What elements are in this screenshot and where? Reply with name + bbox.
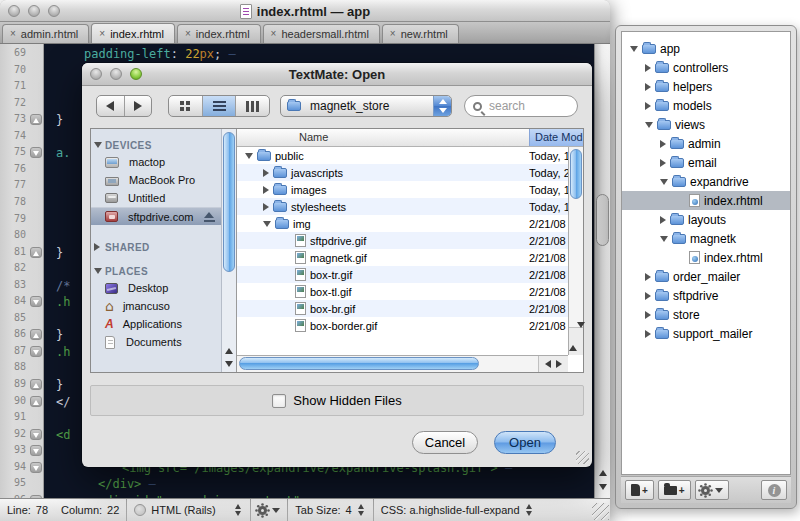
disclosure-triangle[interactable]	[263, 169, 269, 177]
file-scroll-left-arrow[interactable]	[545, 360, 551, 368]
close-tab-icon[interactable]: ×	[390, 29, 396, 39]
tree-item-layouts-9[interactable]: layouts	[622, 210, 790, 229]
section-disclosure-triangle[interactable]	[94, 243, 100, 251]
fold-button[interactable]	[30, 296, 42, 307]
disclosure-triangle[interactable]	[645, 83, 651, 91]
back-button[interactable]	[97, 96, 125, 116]
file-scroll-up-arrow[interactable]	[569, 328, 577, 351]
sidebar-item-untitled[interactable]: Untitled	[91, 189, 221, 207]
open-button[interactable]: Open	[494, 431, 556, 454]
tree-item-admin-5[interactable]: admin	[622, 134, 790, 153]
close-tab-icon[interactable]: ×	[99, 29, 105, 39]
disclosure-triangle[interactable]	[263, 186, 269, 194]
sidebar-scroll-up-arrow[interactable]	[225, 348, 233, 354]
sidebar-item-desktop[interactable]: Desktop	[91, 279, 221, 297]
file-row-box-tr-gif[interactable]: box-tr.gif2/21/08	[237, 266, 583, 283]
file-list-hscroll-thumb[interactable]	[239, 357, 479, 370]
tab-index-rhtml-2[interactable]: ×index.rhtml	[177, 24, 261, 43]
window-titlebar[interactable]: index.rhtml — app	[0, 0, 610, 22]
show-hidden-checkbox[interactable]	[272, 394, 286, 408]
column-view-button[interactable]	[236, 96, 269, 116]
section-disclosure-triangle[interactable]	[94, 268, 102, 274]
tree-item-views-4[interactable]: views	[622, 115, 790, 134]
disclosure-triangle[interactable]	[660, 179, 668, 185]
disclosure-triangle[interactable]	[660, 236, 668, 242]
fold-button[interactable]	[30, 247, 42, 258]
fold-button[interactable]	[30, 114, 42, 125]
language-popup[interactable]: HTML (Rails)	[127, 499, 250, 521]
file-row-box-br-gif[interactable]: box-br.gif2/21/08	[237, 300, 583, 317]
sidebar-scroll-down-arrow[interactable]	[225, 361, 233, 367]
sidebar-item-macbook-pro[interactable]: MacBook Pro	[91, 171, 221, 189]
tree-item-sftpdrive-13[interactable]: sftpdrive	[622, 286, 790, 305]
tree-item-index-rhtml-8[interactable]: index.rhtml	[622, 191, 790, 210]
tree-item-support_mailer-15[interactable]: support_mailer	[622, 324, 790, 343]
folder-popup[interactable]: magnetk_store	[280, 95, 452, 117]
tree-item-controllers-1[interactable]: controllers	[622, 58, 790, 77]
sidebar-scrollbar-thumb[interactable]	[223, 132, 235, 272]
file-list-horizontal-scrollbar[interactable]	[237, 355, 568, 372]
file-scroll-right-arrow[interactable]	[556, 360, 562, 368]
fold-button[interactable]	[30, 445, 42, 456]
disclosure-triangle[interactable]	[645, 330, 651, 338]
scroll-up-arrow[interactable]	[599, 470, 607, 476]
file-row-stylesheets[interactable]: stylesheetsToday, 1	[237, 198, 583, 215]
forward-button[interactable]	[125, 96, 152, 116]
drawer-actions-button[interactable]	[695, 480, 729, 500]
file-list-vscroll-thumb[interactable]	[570, 149, 582, 199]
tree-item-magnetk-10[interactable]: magnetk	[622, 229, 790, 248]
dialog-resize-grip[interactable]	[576, 451, 589, 464]
file-row-box-border-gif[interactable]: box-border.gif2/21/08	[237, 317, 583, 334]
tree-item-helpers-2[interactable]: helpers	[622, 77, 790, 96]
tab-size-popup[interactable]: Tab Size: 4	[288, 499, 372, 521]
editor-vertical-scrollbar[interactable]	[594, 44, 610, 498]
disclosure-triangle[interactable]	[630, 46, 638, 52]
tree-item-index-rhtml-11[interactable]: index.rhtml	[622, 248, 790, 267]
close-tab-icon[interactable]: ×	[271, 29, 277, 39]
search-input[interactable]	[487, 98, 569, 114]
file-row-box-tl-gif[interactable]: box-tl.gif2/21/08	[237, 283, 583, 300]
disclosure-triangle[interactable]	[645, 292, 651, 300]
tree-item-email-6[interactable]: email	[622, 153, 790, 172]
fold-button[interactable]	[30, 147, 42, 158]
section-disclosure-triangle[interactable]	[94, 142, 102, 148]
disclosure-triangle[interactable]	[645, 64, 651, 72]
fold-button[interactable]	[30, 429, 42, 440]
icon-view-button[interactable]	[169, 96, 203, 116]
sidebar-item-documents[interactable]: Documents	[91, 333, 221, 351]
list-view-button[interactable]	[203, 96, 237, 116]
cancel-button[interactable]: Cancel	[412, 431, 478, 454]
tree-item-order_mailer-12[interactable]: order_mailer	[622, 267, 790, 286]
file-row-public[interactable]: publicToday, 1	[237, 147, 583, 164]
tab-headersmall-rhtml-3[interactable]: ×headersmall.rhtml	[263, 24, 380, 43]
scroll-down-arrow[interactable]	[599, 484, 607, 490]
disclosure-triangle[interactable]	[645, 122, 653, 128]
fold-button[interactable]	[30, 462, 42, 473]
disclosure-triangle[interactable]	[645, 311, 651, 319]
fold-button[interactable]	[30, 396, 42, 407]
bundle-actions-menu[interactable]	[251, 499, 287, 521]
tree-item-expandrive-7[interactable]: expandrive	[622, 172, 790, 191]
dialog-titlebar[interactable]: TextMate: Open	[82, 63, 592, 86]
file-row-javascripts[interactable]: javascriptsToday, 2	[237, 164, 583, 181]
disclosure-triangle[interactable]	[660, 159, 666, 167]
info-button[interactable]: i	[761, 480, 787, 500]
tab-new-rhtml-4[interactable]: ×new.rhtml	[382, 24, 459, 43]
tab-admin-rhtml-0[interactable]: ×admin.rhtml	[2, 24, 89, 43]
tab-index-rhtml-1[interactable]: ×index.rhtml	[91, 23, 175, 43]
editor-scrollbar-thumb[interactable]	[596, 194, 609, 246]
disclosure-triangle[interactable]	[660, 216, 666, 224]
fold-button[interactable]	[30, 379, 42, 390]
tree-item-app-0[interactable]: app	[622, 39, 790, 58]
new-folder-button[interactable]: +	[658, 480, 691, 500]
tree-item-models-3[interactable]: models	[622, 96, 790, 115]
file-row-magnetk-gif[interactable]: magnetk.gif2/21/08	[237, 249, 583, 266]
close-tab-icon[interactable]: ×	[10, 29, 16, 39]
window-resize-grip[interactable]	[592, 503, 609, 520]
file-row-images[interactable]: imagesToday, 1	[237, 181, 583, 198]
fold-button[interactable]	[30, 346, 42, 357]
sidebar-scrollbar[interactable]	[221, 129, 236, 372]
disclosure-triangle[interactable]	[645, 102, 651, 110]
fold-button[interactable]	[30, 329, 42, 340]
tree-item-store-14[interactable]: store	[622, 305, 790, 324]
